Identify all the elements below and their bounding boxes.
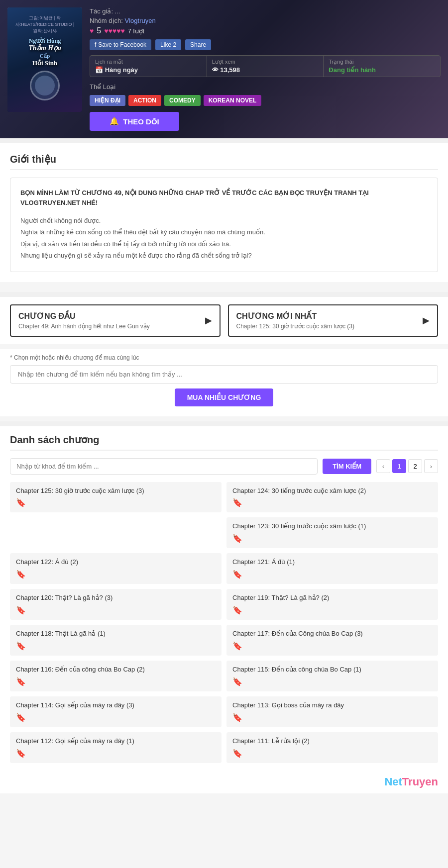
views-meta: Lượt xem 👁 13,598: [207, 56, 324, 77]
views-label: Lượt xem: [212, 59, 319, 65]
heart-icon: ♥: [90, 27, 94, 35]
genre-comedy[interactable]: COMEDY: [164, 95, 201, 106]
chapter-item[interactable]: Chapter 117: Đến của Công chúa Bo Cap (3…: [226, 625, 438, 656]
bookmark-icon[interactable]: 🔖: [16, 749, 26, 758]
bookmark-icon[interactable]: 🔖: [16, 677, 26, 686]
genres-list: HIỆN ĐẠI ACTION COMEDY KOREAN NOVEL: [90, 95, 441, 106]
status-meta: Trạng thái Đang tiến hành: [324, 56, 440, 77]
chapter-item[interactable]: Chapter 115: Đến của công chúa Bo Cap (1…: [226, 661, 438, 691]
chapter-item[interactable]: Chapter 123: 30 tiếng trước cuộc xâm lượ…: [226, 517, 438, 548]
bookmark-icon[interactable]: 🔖: [232, 642, 242, 650]
chapter-item[interactable]: Chapter 111: Lễ rửa tội (2)🔖: [226, 732, 438, 763]
share-button[interactable]: Share: [185, 39, 211, 50]
intro-line-4: Nhưng liệu chuyện gì sẽ xảy ra nếu một k…: [20, 250, 428, 261]
first-chapter-arrow-icon: ▶: [205, 315, 212, 326]
chapter-item[interactable]: Chapter 121: Á đù (1)🔖: [226, 553, 438, 584]
brand-net: Net: [384, 775, 402, 788]
save-facebook-button[interactable]: f Save to Facebook: [90, 39, 151, 50]
pagination: ‹ 1 2 ›: [376, 459, 438, 473]
chapter-search-input[interactable]: [10, 458, 318, 475]
chapter-search-button[interactable]: TÌM KIẾM: [323, 459, 371, 474]
genre-hien-dai[interactable]: HIỆN ĐẠI: [90, 95, 125, 106]
facebook-icon: f: [95, 41, 96, 48]
genre-action[interactable]: ACTION: [128, 95, 161, 106]
bookmark-icon[interactable]: 🔖: [232, 749, 242, 758]
schedule-value: 📅 Hàng ngày: [95, 66, 202, 74]
stars: ♥♥♥♥♥: [104, 27, 125, 35]
chapter-item[interactable]: Chapter 120: Thật? Là gã hả? (3)🔖: [10, 589, 222, 620]
chapter-item[interactable]: Chapter 125: 30 giờ trước cuộc xâm lược …: [10, 482, 222, 513]
chapter-item-empty: [10, 517, 222, 548]
chapter-item[interactable]: Chapter 114: Gọi sếp của mày ra đây (3)🔖: [10, 696, 222, 727]
views-value: 👁 13,598: [212, 66, 319, 74]
latest-chapter-box[interactable]: CHƯƠNG MỚI NHẤT Chapter 125: 30 giờ trướ…: [228, 304, 439, 337]
buy-many-button[interactable]: MUA NHIỀU CHƯƠNG: [175, 388, 274, 406]
chapter-buy-search-input[interactable]: [10, 365, 438, 384]
chapter-item-title: Chapter 111: Lễ rửa tội (2): [232, 737, 432, 746]
bookmark-icon[interactable]: 🔖: [232, 713, 242, 722]
latest-chapter-sub: Chapter 125: 30 giờ trước cuộc xâm lược …: [236, 323, 354, 330]
first-chapter-sub: Chapter 49: Anh hành động hết như Lee Gu…: [18, 323, 150, 330]
page-2-button[interactable]: 2: [408, 459, 422, 473]
bookmark-icon[interactable]: 🔖: [232, 498, 242, 507]
footer-brand: NetTruyen: [0, 771, 448, 793]
bookmark-icon[interactable]: 🔖: [16, 498, 26, 507]
schedule-label: Lịch ra mắt: [95, 59, 202, 65]
bookmark-icon[interactable]: 🔖: [232, 606, 242, 614]
chapter-item-title: Chapter 122: Á đù (2): [16, 558, 216, 567]
calendar-icon: 📅: [95, 66, 103, 74]
author-line: Tác giả: ...: [90, 7, 441, 15]
bookmark-icon[interactable]: 🔖: [232, 534, 242, 543]
bookmark-icon[interactable]: 🔖: [16, 606, 26, 614]
latest-chapter-arrow-icon: ▶: [423, 315, 430, 326]
chapter-item[interactable]: Chapter 112: Gọi sếp của mày ra đây (1)🔖: [10, 732, 222, 763]
chapter-item[interactable]: Chapter 113: Gọi boss của mày ra đây🔖: [226, 696, 438, 727]
chapter-item-title: Chapter 123: 30 tiếng trước cuộc xâm lượ…: [232, 522, 432, 531]
chapter-item-title: Chapter 119: Thật? Là gã hả? (2): [232, 594, 432, 602]
chapter-item-title: Chapter 124: 30 tiếng trước cuộc xâm lượ…: [232, 487, 432, 495]
status-value: Đang tiến hành: [329, 66, 435, 74]
group-link[interactable]: Vlogtruyen: [125, 17, 156, 24]
hero-info: Tác giả: ... Nhóm dịch: Vlogtruyen ♥ 5 ♥…: [90, 7, 441, 131]
status-label: Trạng thái: [329, 59, 435, 65]
chapter-item-title: Chapter 121: Á đù (1): [232, 558, 432, 567]
chapter-item-title: Chapter 115: Đến của công chúa Bo Cap (1…: [232, 666, 432, 674]
chapter-item[interactable]: Chapter 124: 30 tiếng trước cuộc xâm lượ…: [226, 482, 438, 513]
rating-row: ♥ 5 ♥♥♥♥♥ 7 lượt: [90, 26, 441, 35]
page-prev-button[interactable]: ‹: [376, 459, 390, 473]
bookmark-icon[interactable]: 🔖: [232, 570, 242, 579]
bookmark-icon[interactable]: 🔖: [16, 570, 26, 579]
chapter-item-title: Chapter 120: Thật? Là gã hả? (3): [16, 594, 216, 602]
theo-doi-button[interactable]: 🔔 THEO DÕI: [90, 112, 179, 131]
chapter-list-header: TÌM KIẾM ‹ 1 2 ›: [10, 458, 438, 475]
chapter-item[interactable]: Chapter 118: Thật Là gã hả (1)🔖: [10, 625, 222, 656]
chapter-item-title: Chapter 118: Thật Là gã hả (1): [16, 630, 216, 638]
chapter-list-section: Danh sách chương TÌM KIẾM ‹ 1 2 › Chapte…: [0, 426, 448, 771]
chapter-grid: Chapter 125: 30 giờ trước cuộc xâm lược …: [10, 482, 438, 763]
first-chapter-box[interactable]: CHƯƠNG ĐẦU Chapter 49: Anh hành động hết…: [10, 304, 221, 337]
page-next-button[interactable]: ›: [424, 459, 438, 473]
buy-note: * Chọn một hoặc nhiều chương để mua cùng…: [10, 354, 438, 361]
bookmark-icon[interactable]: 🔖: [232, 677, 242, 686]
chapter-item[interactable]: Chapter 116: Đến của công chúa Bo Cap (2…: [10, 661, 222, 691]
intro-text-block: Người chết không nói được. Nghĩa là nhữn…: [20, 215, 428, 262]
genre-korean-novel[interactable]: KOREAN NOVEL: [204, 95, 262, 106]
page-1-button[interactable]: 1: [392, 459, 406, 473]
latest-chapter-info: CHƯƠNG MỚI NHẤT Chapter 125: 30 giờ trướ…: [236, 311, 354, 330]
bookmark-icon[interactable]: 🔖: [16, 713, 26, 722]
chapter-list-title: Danh sách chương: [10, 434, 438, 451]
chapter-item-title: Chapter 112: Gọi sếp của mày ra đây (1): [16, 737, 216, 746]
bookmark-icon[interactable]: 🔖: [16, 642, 26, 650]
chapter-nav: CHƯƠNG ĐẦU Chapter 49: Anh hành động hết…: [0, 297, 448, 344]
chapter-item[interactable]: Chapter 119: Thật? Là gã hả? (2)🔖: [226, 589, 438, 620]
eye-icon: 👁: [212, 66, 219, 74]
genres-label-row: Thể Loại: [90, 82, 441, 91]
cover-title: Người Hùng Thảm Họa Cấp Hồi Sinh: [12, 37, 77, 67]
intro-line-3: Địa vị, di sản và tiền tài đều có thể bị…: [20, 238, 428, 250]
hero-section: 그림:이범균 | 작사:HEATS/REDICE STUDIO | 원작:산시샤…: [0, 0, 448, 138]
chapter-item-title: Chapter 125: 30 giờ trước cuộc xâm lược …: [16, 487, 216, 495]
brand-truyen: Truyen: [402, 775, 438, 788]
like-button[interactable]: Like 2: [155, 39, 181, 50]
chapter-item[interactable]: Chapter 122: Á đù (2)🔖: [10, 553, 222, 584]
intro-line-2: Nghĩa là những kẻ còn sống có thể thêu d…: [20, 226, 428, 238]
